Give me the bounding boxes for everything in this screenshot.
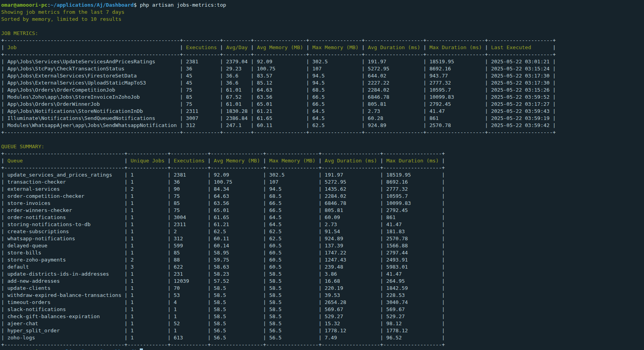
table-row: | transaction-checker | 1 | 36 | 100.75 … (1, 179, 644, 186)
table-row: | Illuminate\Notifications\SendQueuedNot… (1, 115, 644, 122)
column-header: Max Memory (MB) (313, 44, 359, 50)
table-row: | check-gift-balances-expiration | 1 | 1… (1, 313, 644, 320)
blank-line (1, 23, 644, 30)
table-header-row: | Job | Executions | Avg/Day | Avg Memor… (1, 44, 644, 51)
table-row: | App\Jobs\Orders\OrderWinnerJob | 75 | … (1, 101, 644, 108)
table-row: | create-subscriptions | 1 | 2 | 62.5 | … (1, 228, 644, 235)
table-row: | order-competition-checker | 1 | 75 | 6… (1, 193, 644, 200)
column-header: Job (7, 44, 177, 50)
table-row: | App\Jobs\Orders\OrderCompetitionJob | … (1, 87, 644, 94)
table-border: +---------------------------------------… (1, 37, 644, 44)
table-row: | store-invoices | 1 | 85 | 63.56 | 66.5… (1, 200, 644, 207)
column-header: Avg Memory (MB) (257, 44, 303, 50)
table-row: | App\Jobs\StcPay\CheckTransactionStatus… (1, 65, 644, 72)
table-row: | whatsapp-notifications | 1 | 312 | 60.… (1, 235, 644, 242)
table-row: | update-clients | 1 | 70 | 58.5 | 58.5 … (1, 285, 644, 292)
info-line-sort-limit: Sorted by memory, limited to 10 results (1, 16, 644, 23)
column-header: Queue (7, 158, 122, 164)
table-border: +---------------------------------------… (1, 129, 644, 136)
table-row: | default | 3 | 622 | 58.63 | 60.5 | 239… (1, 263, 644, 271)
table-row: | App\Jobs\ExternalServices\FirestoreSet… (1, 72, 644, 79)
table-row: | Modules\Zoho\app\Jobs\StoreInvoiceInZo… (1, 94, 644, 101)
table-row: | delayed-queue | 1 | 599 | 60.14 | 60.5… (1, 242, 644, 249)
column-header: Avg/Day (226, 44, 248, 50)
table-row: | hyper_split_order | 1 | 1 | 56.5 | 56.… (1, 327, 644, 334)
terminal-cursor (140, 348, 143, 350)
table-row: | order-winners-checker | 1 | 75 | 65.01… (1, 207, 644, 214)
column-header: Executions (174, 158, 204, 164)
job-metrics-title: JOB METRICS: (1, 30, 644, 37)
queue-summary-table: +---------------------------------------… (1, 150, 644, 348)
table-row: | ajeer-chat | 1 | 52 | 58.5 | 58.5 | 15… (1, 320, 644, 327)
table-border: +---------------------------------------… (1, 341, 644, 348)
table-row: | add-new-addresses | 1 | 12039 | 57.52 … (1, 278, 644, 285)
column-header: Max Duration (ms) (386, 158, 439, 164)
column-header: Max Memory (MB) (269, 158, 315, 164)
column-header: Executions (186, 44, 217, 50)
table-row: | App\Jobs\ExternalServices\UploadStatic… (1, 79, 644, 87)
table-border: +---------------------------------------… (1, 51, 644, 58)
column-header: Avg Duration (ms) (325, 158, 377, 164)
table-border: +---------------------------------------… (1, 164, 644, 171)
prompt-line-bottom: omar@amooori-pc:~/applications/Aj/Dashbo… (1, 348, 644, 350)
column-header: Last Executed (491, 44, 550, 50)
blank-line (1, 136, 644, 143)
command-text: php artisan jobs-metrics:top (137, 2, 226, 8)
terminal-screen[interactable]: omar@amooori-pc:~/applications/Aj/Dashbo… (0, 0, 644, 350)
table-row: | Modules\WhatsappAjeer\app\Jobs\SendWha… (1, 122, 644, 129)
table-row: | order-notifications | 1 | 3004 | 61.65… (1, 214, 644, 221)
table-row: | App\Jobs\Services\UpdateServicesAndPri… (1, 58, 644, 65)
table-row: | withdraw-expired-balance-transactions … (1, 292, 644, 299)
table-header-row: | Queue | Unique Jobs | Executions | Avg… (1, 157, 644, 164)
column-header: Avg Memory (MB) (214, 158, 260, 164)
table-row: | zoho-logs | 1 | 613 | 56.5 | 56.5 | 7.… (1, 334, 644, 341)
table-row: | external-services | 2 | 90 | 84.34 | 9… (1, 186, 644, 193)
column-header: Unique Jobs (131, 158, 165, 164)
prompt-user-host: omar@amooori-pc (1, 2, 47, 8)
table-row: | slack-notifications | 1 | 1 | 58.5 | 5… (1, 306, 644, 313)
prompt-line: omar@amooori-pc:~/applications/Aj/Dashbo… (1, 2, 644, 9)
table-row: | update-districts-ids-in-addresses | 1 … (1, 271, 644, 278)
table-row: | update_services_and_prices_ratings | 1… (1, 171, 644, 179)
column-header: Max Duration (ms) (429, 44, 482, 50)
job-metrics-table: +---------------------------------------… (1, 37, 644, 136)
queue-summary-title: QUEUE SUMMARY: (1, 143, 644, 150)
info-line-metrics-range: Showing job metrics from the last 7 days (1, 9, 644, 16)
table-row: | timeout-orders | 1 | 4 | 58.5 | 58.5 |… (1, 299, 644, 306)
table-border: +---------------------------------------… (1, 150, 644, 157)
prompt-path: ~/applications/Aj/Dashboard (50, 2, 133, 8)
column-header: Avg Duration (ms) (368, 44, 420, 50)
table-row: | App\Jobs\Notifications\StoreNotificati… (1, 108, 644, 115)
table-row: | storing-notifications-to-db | 1 | 2311… (1, 221, 644, 228)
table-row: | store-bills | 1 | 85 | 58.95 | 60.5 | … (1, 249, 644, 256)
table-row: | store-zoho-payments | 2 | 88 | 59.75 |… (1, 256, 644, 263)
